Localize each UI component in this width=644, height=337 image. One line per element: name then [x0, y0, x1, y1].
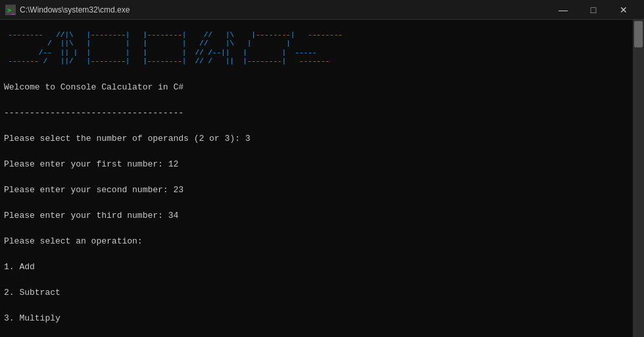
- window: >_ C:\Windows\system32\cmd.exe — □ ✕ ---…: [0, 0, 644, 337]
- scrollbar[interactable]: [633, 20, 644, 337]
- separator-line: -----------------------------------: [4, 107, 629, 120]
- op2-line: 2. Subtract: [4, 286, 629, 299]
- select-op-line: Please select an operation:: [4, 235, 629, 248]
- scrollbar-thumb[interactable]: [634, 21, 643, 47]
- second-number-line: Please enter your second number: 23: [4, 184, 629, 197]
- minimize-button[interactable]: —: [548, 0, 578, 20]
- welcome-line: Welcome to Console Calculator in C#: [4, 81, 629, 94]
- console-area: -------- //|\ |--------| |--------| // |…: [0, 20, 644, 337]
- console-content: -------- //|\ |--------| |--------| // |…: [0, 20, 633, 337]
- maximize-button[interactable]: □: [578, 0, 608, 20]
- close-button[interactable]: ✕: [608, 0, 639, 20]
- window-title: C:\Windows\system32\cmd.exe: [20, 5, 548, 14]
- cmd-icon: >_: [5, 5, 16, 15]
- op1-line: 1. Add: [4, 261, 629, 274]
- third-number-line: Please enter your third number: 34: [4, 209, 629, 222]
- console-output: Welcome to Console Calculator in C# ----…: [4, 68, 629, 337]
- ascii-art-banner: -------- //|\ |--------| |--------| // |…: [4, 22, 629, 66]
- op3-line: 3. Multiply: [4, 312, 629, 325]
- svg-text:>_: >_: [7, 7, 15, 14]
- first-number-line: Please enter your first number: 12: [4, 158, 629, 171]
- operands-line: Please select the number of operands (2 …: [4, 132, 629, 145]
- title-bar: >_ C:\Windows\system32\cmd.exe — □ ✕: [0, 0, 644, 20]
- window-controls: — □ ✕: [548, 0, 639, 20]
